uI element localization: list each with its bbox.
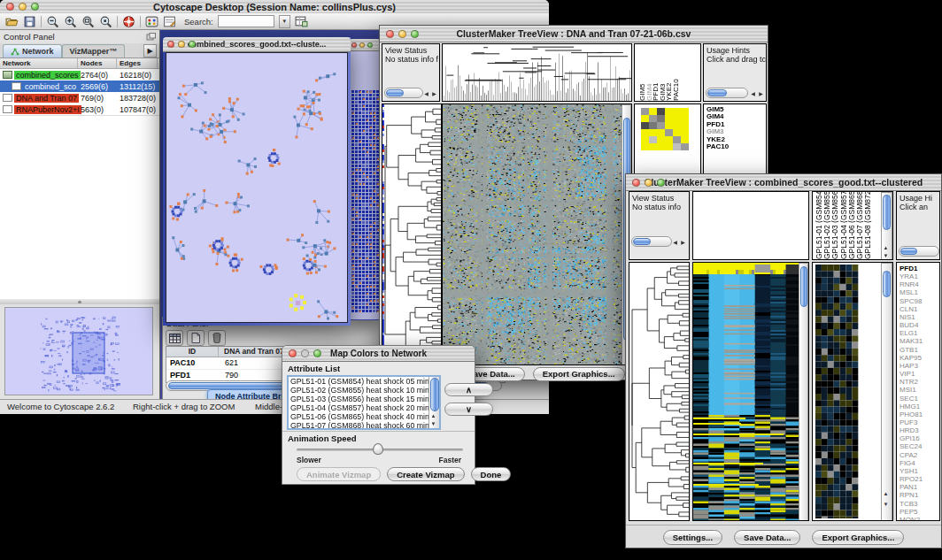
- scroll-right-icon[interactable]: ▶: [757, 90, 765, 98]
- tv1-row-label[interactable]: PFD1: [706, 121, 766, 128]
- tv2-column-label[interactable]: GPL51-07 (GSM868): [855, 192, 863, 259]
- tv2-gene-label[interactable]: HMG1: [900, 403, 939, 410]
- slider-thumb[interactable]: [373, 443, 383, 455]
- save-session-button[interactable]: [23, 15, 36, 28]
- tv2-gene-label[interactable]: HAP3: [900, 362, 939, 370]
- tv2-gene-label[interactable]: NTR2: [900, 378, 939, 386]
- minimize-icon[interactable]: [398, 30, 406, 38]
- tv2-gene-label[interactable]: PUF3: [900, 418, 939, 426]
- zoom-window-icon[interactable]: [31, 3, 39, 11]
- scroll-down-icon[interactable]: ▼: [429, 420, 437, 428]
- tv1-row-label[interactable]: YKE2: [706, 136, 766, 143]
- tv2-action-button[interactable]: Settings...: [663, 530, 722, 545]
- tv2-gene-label[interactable]: CPA2: [900, 451, 939, 459]
- tv2-column-label[interactable]: GPL51-04 (GSM857): [839, 192, 847, 259]
- new-attribute-icon[interactable]: [187, 330, 205, 346]
- network-overview-canvas[interactable]: [4, 307, 153, 395]
- network-window-titlebar[interactable]: combined_scores_good.txt--cluste...: [163, 37, 351, 52]
- tv2-gene-label[interactable]: ELG1: [900, 329, 939, 337]
- network-view-canvas[interactable]: [166, 52, 348, 323]
- zoom-fit-icon[interactable]: [81, 15, 95, 28]
- tv2-gene-label[interactable]: KAP95: [900, 354, 939, 362]
- scroll-left-icon[interactable]: ◀: [422, 90, 430, 98]
- tv2-gene-label[interactable]: HRD3: [900, 426, 939, 434]
- zoom-window-icon[interactable]: [367, 42, 373, 48]
- tv1-submatrix-canvas[interactable]: [641, 108, 689, 150]
- tv2-gene-label[interactable]: YRA1: [900, 272, 939, 280]
- network-list-row[interactable]: combined_scores 2764(0) 16218(0): [0, 69, 159, 81]
- zoom-window-icon[interactable]: [189, 41, 196, 48]
- minimize-icon[interactable]: [178, 41, 185, 48]
- tv1-column-label[interactable]: GIM5: [638, 44, 645, 101]
- zoom-in-icon[interactable]: [64, 15, 77, 28]
- tv1-gene-dendrogram-canvas[interactable]: [382, 104, 441, 364]
- tv2-gene-label[interactable]: SPC98: [900, 297, 939, 305]
- scroll-right-icon[interactable]: ▶: [430, 90, 438, 98]
- tv2-column-label[interactable]: GPL51-01 (GSM854): [815, 192, 822, 259]
- tv1-row-label[interactable]: GIM5: [706, 106, 766, 113]
- tv2-heatmap-vscrollbar[interactable]: [799, 263, 808, 521]
- tv1-row-label[interactable]: GIM3: [706, 128, 766, 135]
- tv2-gene-label[interactable]: FIG4: [900, 459, 939, 467]
- tv2-gene-label[interactable]: PHO81: [900, 410, 939, 418]
- attribute-browser-icon[interactable]: [295, 15, 308, 28]
- close-icon[interactable]: [351, 42, 357, 48]
- dialog-titlebar[interactable]: Map Colors to Network: [282, 346, 475, 362]
- tv2-gene-dendrogram-canvas[interactable]: [629, 263, 689, 520]
- tv2-gene-label[interactable]: CLN1: [900, 305, 939, 313]
- tv1-column-label[interactable]: YKE2: [665, 44, 672, 101]
- attribute-list-vscrollbar[interactable]: ▲ ▼: [429, 377, 439, 428]
- tv2-column-label[interactable]: GPL51-06 (GSM865): [847, 192, 855, 259]
- tv2-gene-label[interactable]: RNR4: [900, 280, 939, 288]
- annotation-icon[interactable]: [163, 15, 176, 28]
- tv2-gene-label[interactable]: SEC1: [900, 395, 939, 403]
- tv2-gene-label[interactable]: PFD1: [900, 265, 939, 272]
- attribute-list-item[interactable]: GPL51-04 (GSM857) heat shock 20 min: [289, 403, 439, 412]
- search-input[interactable]: [218, 15, 274, 27]
- minimize-icon[interactable]: [645, 179, 652, 187]
- tv2-column-label[interactable]: GPL51-02 (GSM855): [822, 192, 830, 259]
- minimize-icon[interactable]: [19, 3, 27, 11]
- animate-vizmap-button[interactable]: Animate Vizmap: [297, 467, 381, 481]
- tv2-gene-label[interactable]: RPN1: [900, 491, 939, 499]
- tv1-column-label[interactable]: PAC10: [672, 44, 679, 101]
- scroll-left-icon[interactable]: ◀: [749, 90, 757, 98]
- tv2-gene-label[interactable]: GPI16: [900, 434, 939, 442]
- attribute-list-item[interactable]: GPL51-07 (GSM868) heat shock 60 min: [289, 421, 439, 430]
- tv2-gene-label[interactable]: NIS1: [900, 313, 939, 321]
- tv2-zoom-matrix-canvas[interactable]: [815, 265, 882, 518]
- attribute-list-item[interactable]: GPL51-03 (GSM856) heat shock 15 min: [289, 395, 439, 403]
- tv2-gene-label[interactable]: GTB1: [900, 346, 939, 354]
- tv1-column-dendrogram-canvas[interactable]: [443, 44, 631, 101]
- tv2-gene-label[interactable]: TCB3: [900, 500, 939, 508]
- tv2-gene-label[interactable]: PEP5: [900, 508, 939, 516]
- close-icon[interactable]: [386, 30, 394, 38]
- close-icon[interactable]: [167, 41, 174, 48]
- tv2-usage-hscrollbar[interactable]: [899, 246, 939, 257]
- tv2-heatmap-canvas[interactable]: [693, 263, 801, 520]
- scroll-right-icon[interactable]: ▶: [679, 239, 687, 247]
- network-list-row[interactable]: DNA and Tran 07 769(0) 183728(0): [0, 92, 159, 104]
- tv2-gene-label[interactable]: RPO21: [900, 475, 939, 483]
- scroll-left-icon[interactable]: ◀: [671, 239, 679, 247]
- tab-vizmapper[interactable]: VizMapper™: [62, 44, 126, 58]
- vizmapper-icon[interactable]: [145, 15, 158, 28]
- tv2-zoom-vscrollbar[interactable]: ▲ ▼: [881, 263, 892, 521]
- tab-network[interactable]: Network: [3, 44, 62, 58]
- attribute-list-item[interactable]: GPL51-01 (GSM854) heat shock 05 min: [289, 377, 439, 386]
- network-list-row[interactable]: RNAPuberNov2+I 563(0) 107847(0): [0, 104, 159, 115]
- scroll-up-icon[interactable]: ▲: [882, 244, 890, 252]
- treeview2-titlebar[interactable]: ClusterMaker TreeView : combined_scores_…: [626, 174, 941, 191]
- tv2-gene-label[interactable]: BUD4: [900, 321, 939, 329]
- tv2-gene-label[interactable]: MSI1: [900, 386, 939, 394]
- select-attributes-icon[interactable]: [166, 330, 183, 346]
- close-icon[interactable]: [289, 349, 297, 357]
- dense-network-canvas[interactable]: [350, 51, 380, 319]
- tv2-gene-label[interactable]: PAN1: [900, 483, 939, 491]
- open-session-button[interactable]: [5, 15, 19, 28]
- scroll-down-icon[interactable]: ▼: [882, 501, 890, 509]
- zoom-selected-icon[interactable]: [99, 15, 112, 28]
- attribute-list-item[interactable]: GPL51-06 (GSM865) heat shock 40 min: [289, 412, 439, 421]
- delete-attribute-trash-icon[interactable]: [208, 330, 226, 346]
- float-panel-icon[interactable]: [146, 33, 156, 42]
